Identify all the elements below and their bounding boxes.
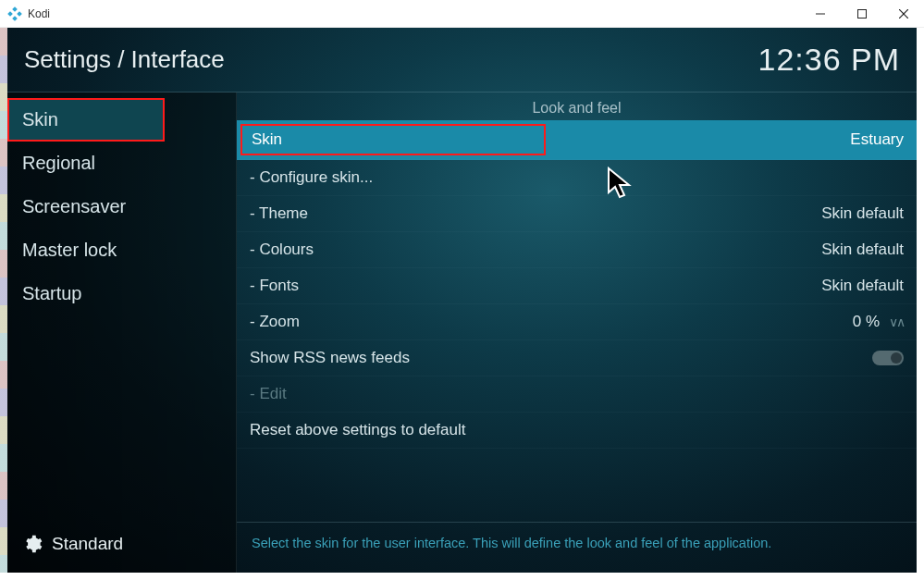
setting-value: Skin default — [821, 277, 904, 295]
close-button[interactable] — [882, 0, 924, 27]
settings-level-label: Standard — [52, 534, 123, 554]
svg-rect-2 — [17, 11, 22, 17]
setting-label: - Edit — [250, 385, 287, 403]
setting-row-fonts[interactable]: - FontsSkin default — [237, 268, 917, 304]
content: Look and feel SkinEstuary- Configure ski… — [237, 93, 917, 573]
sidebar-item-skin[interactable]: Skin — [7, 98, 165, 142]
maximize-button[interactable] — [841, 0, 882, 27]
setting-row-zoom[interactable]: - Zoom0 %∨∧ — [237, 304, 917, 340]
setting-label: Skin — [240, 124, 546, 155]
sidebar-item-startup[interactable]: Startup — [7, 272, 236, 315]
setting-row-skin[interactable]: SkinEstuary — [237, 120, 917, 160]
settings-rows: SkinEstuary- Configure skin...- ThemeSki… — [237, 120, 917, 522]
window-title: Kodi — [28, 7, 799, 20]
gear-icon — [22, 534, 43, 554]
setting-value: Estuary — [850, 130, 904, 149]
clock: 12:36 PM — [758, 42, 900, 78]
setting-row-edit: - Edit — [237, 376, 917, 413]
setting-label: Show RSS news feeds — [250, 349, 410, 367]
spinner-icon[interactable]: ∨∧ — [889, 315, 904, 329]
setting-label: Reset above settings to default — [250, 421, 465, 439]
titlebar: Kodi — [0, 0, 924, 28]
window: Kodi Settings / Interface 12:36 PM SkinR… — [0, 0, 924, 580]
sidebar: SkinRegionalScreensaverMaster lockStartu… — [7, 93, 237, 573]
app-frame: Settings / Interface 12:36 PM SkinRegion… — [7, 28, 917, 573]
sidebar-item-regional[interactable]: Regional — [7, 142, 236, 185]
setting-label: - Theme — [250, 204, 308, 223]
setting-row-colours[interactable]: - ColoursSkin default — [237, 232, 917, 268]
toggle-switch[interactable] — [872, 351, 904, 365]
sidebar-item-screensaver[interactable]: Screensaver — [7, 185, 236, 228]
window-controls — [799, 0, 924, 27]
settings-level-button[interactable]: Standard — [7, 521, 236, 573]
setting-value — [872, 351, 904, 365]
breadcrumb: Settings / Interface — [24, 45, 225, 74]
setting-value: Skin default — [821, 204, 904, 223]
minimize-button[interactable] — [799, 0, 841, 27]
sidebar-item-master-lock[interactable]: Master lock — [7, 228, 236, 272]
setting-label: - Configure skin... — [250, 168, 373, 187]
setting-row-reset-above-settings-to-default[interactable]: Reset above settings to default — [237, 413, 917, 449]
setting-value: Skin default — [821, 241, 904, 259]
svg-rect-3 — [12, 16, 18, 21]
header: Settings / Interface 12:36 PM — [7, 28, 917, 93]
svg-rect-1 — [7, 11, 13, 17]
setting-label: - Fonts — [250, 277, 299, 295]
svg-rect-5 — [857, 9, 866, 18]
window-border-decoration — [0, 28, 7, 573]
help-text: Select the skin for the user interface. … — [237, 522, 917, 573]
setting-row-show-rss-news-feeds[interactable]: Show RSS news feeds — [237, 340, 917, 376]
svg-rect-0 — [12, 6, 18, 12]
setting-value: 0 %∨∧ — [853, 313, 904, 331]
section-title: Look and feel — [237, 93, 917, 120]
setting-label: - Zoom — [250, 313, 300, 331]
body: SkinRegionalScreensaverMaster lockStartu… — [7, 93, 917, 573]
kodi-logo-icon — [7, 6, 22, 21]
setting-row-configure-skin[interactable]: - Configure skin... — [237, 160, 917, 196]
setting-label: - Colours — [250, 241, 314, 259]
setting-row-theme[interactable]: - ThemeSkin default — [237, 196, 917, 232]
